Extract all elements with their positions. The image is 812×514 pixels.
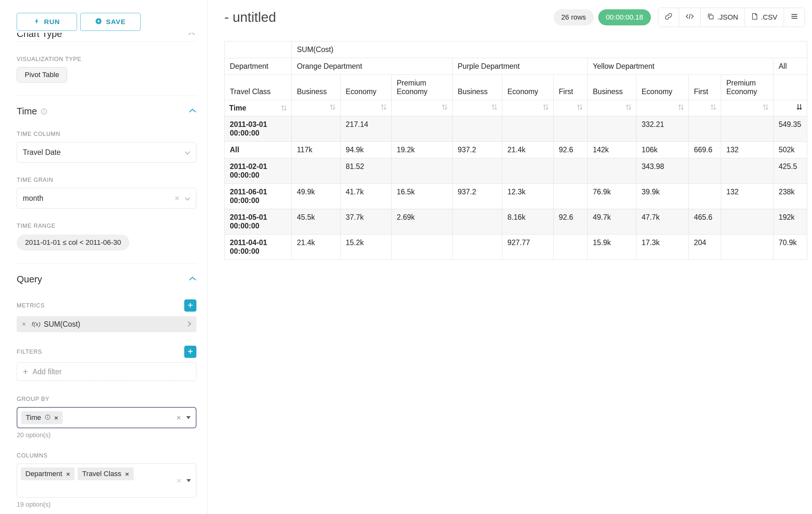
value-cell: 49.9k xyxy=(292,184,341,209)
chevron-down-icon xyxy=(184,148,190,157)
sort-icon[interactable] xyxy=(762,104,769,111)
column-dimension-label: Department xyxy=(225,58,292,75)
column-sort-header[interactable] xyxy=(689,100,721,116)
download-json-button[interactable]: .JSON xyxy=(700,8,745,27)
value-cell: 70.9k xyxy=(774,235,807,260)
column-sort-header[interactable] xyxy=(341,100,392,116)
column-sort-header[interactable] xyxy=(502,100,554,116)
remove-tag-icon[interactable]: × xyxy=(54,414,58,421)
travel-class-header: Economy xyxy=(636,75,689,100)
chart-header-actions: 26 rows 00:00:00.18 .JSON .CSV xyxy=(554,8,805,27)
section-divider xyxy=(17,96,196,96)
table-row: 2011-02-01 00:00:0081.52343.98425.5 xyxy=(225,158,807,184)
sort-icon[interactable] xyxy=(442,104,448,111)
remove-tag-icon[interactable]: × xyxy=(66,470,70,477)
sort-icon[interactable] xyxy=(543,104,549,111)
metric-item[interactable]: × f(x) SUM(Cost) xyxy=(17,316,196,332)
time-sort-header[interactable]: Time xyxy=(225,100,292,116)
collapse-chevron-icon[interactable] xyxy=(189,276,196,282)
column-sort-header[interactable] xyxy=(292,100,341,116)
group-by-select[interactable]: Time × × xyxy=(17,407,196,428)
group-by-label: GROUP BY xyxy=(17,396,196,403)
column-sort-header[interactable] xyxy=(636,100,689,116)
table-row: All117k94.9k19.2k937.221.4k92.6142k106k6… xyxy=(225,142,807,158)
value-cell xyxy=(588,158,636,184)
chart-type-section-header[interactable]: Chart Type xyxy=(17,33,196,42)
collapse-chevron-icon[interactable] xyxy=(189,108,196,114)
save-button[interactable]: SAVE xyxy=(80,13,141,31)
download-csv-label: .CSV xyxy=(761,13,777,22)
download-csv-button[interactable]: .CSV xyxy=(745,8,784,27)
time-column-select[interactable]: Travel Date xyxy=(17,142,196,163)
chart-header: - untitled 26 rows 00:00:00.18 .JSON xyxy=(224,8,812,27)
remove-metric-icon[interactable]: × xyxy=(22,321,26,328)
query-section-header[interactable]: Query xyxy=(17,274,196,285)
caret-down-icon xyxy=(186,479,191,482)
chart-title[interactable]: - untitled xyxy=(224,10,276,25)
columns-tag[interactable]: Travel Class × xyxy=(78,467,134,480)
metric-header-row: SUM(Cost) xyxy=(225,42,807,58)
chart-type-section-title: Chart Type xyxy=(17,33,62,39)
column-sort-header[interactable] xyxy=(392,100,453,116)
value-cell xyxy=(453,209,502,235)
time-column-value: Travel Date xyxy=(23,148,184,157)
column-group-header: Purple Department xyxy=(453,58,588,75)
value-cell: 2.69k xyxy=(392,209,453,235)
column-group-header: Yellow Department xyxy=(588,58,774,75)
run-save-group: RUN SAVE xyxy=(17,13,141,31)
value-cell: 21.4k xyxy=(502,142,554,158)
column-sort-header[interactable] xyxy=(453,100,502,116)
add-metric-button[interactable] xyxy=(184,299,196,312)
row-header-cell: 2011-04-01 00:00:00 xyxy=(225,235,292,260)
column-sort-header[interactable] xyxy=(774,100,807,116)
columns-select[interactable]: Department × Travel Class × × xyxy=(17,464,196,497)
clear-icon[interactable]: × xyxy=(176,477,181,485)
sort-icon[interactable] xyxy=(577,104,583,111)
columns-label: COLUMNS xyxy=(17,452,196,459)
menu-button[interactable] xyxy=(784,8,805,27)
control-panel-sidebar: RUN SAVE Chart Type VISUALIZATION TYPE P… xyxy=(0,0,208,514)
viz-type-value[interactable]: Pivot Table xyxy=(17,67,67,83)
sort-icon[interactable] xyxy=(491,104,497,111)
travel-class-header: First xyxy=(689,75,721,100)
view-query-button[interactable] xyxy=(679,8,700,27)
sort-icon[interactable] xyxy=(281,104,287,112)
row-header-cell: 2011-06-01 00:00:00 xyxy=(225,184,292,209)
run-button[interactable]: RUN xyxy=(17,13,77,31)
time-range-value[interactable]: 2011-01-01 ≤ col < 2011-06-30 xyxy=(17,235,129,250)
value-cell: 927.77 xyxy=(502,235,554,260)
info-icon xyxy=(45,413,50,422)
column-sort-header[interactable] xyxy=(721,100,774,116)
sort-icon[interactable] xyxy=(710,104,716,111)
table-row: 2011-06-01 00:00:0049.9k41.7k16.5k937.21… xyxy=(225,184,807,209)
code-icon xyxy=(686,12,694,22)
columns-tag[interactable]: Department × xyxy=(21,467,75,480)
value-cell: 16.5k xyxy=(392,184,453,209)
chart-area: - untitled 26 rows 00:00:00.18 .JSON xyxy=(208,0,812,514)
clear-icon[interactable]: × xyxy=(176,414,181,422)
sort-icon[interactable] xyxy=(329,104,336,111)
value-cell: 15.2k xyxy=(341,235,392,260)
time-section-header[interactable]: Time xyxy=(17,106,196,117)
column-sort-header[interactable] xyxy=(554,100,588,116)
column-group-header: All xyxy=(774,58,807,75)
clear-icon[interactable]: × xyxy=(175,194,179,202)
copy-link-button[interactable] xyxy=(658,8,679,27)
value-cell: 41.7k xyxy=(341,184,392,209)
link-icon xyxy=(665,12,672,22)
value-cell: 132 xyxy=(721,184,774,209)
value-cell: 47.7k xyxy=(636,209,689,235)
add-filter-plus-button[interactable] xyxy=(184,346,196,358)
sort-icon[interactable] xyxy=(626,104,632,111)
sort-icon[interactable] xyxy=(381,104,387,111)
sort-icon[interactable] xyxy=(678,104,684,111)
column-sort-header[interactable] xyxy=(588,100,636,116)
info-icon xyxy=(41,108,47,116)
time-grain-select[interactable]: month × xyxy=(17,188,196,209)
group-by-tag[interactable]: Time × xyxy=(21,411,63,424)
remove-tag-icon[interactable]: × xyxy=(125,470,129,477)
value-cell: 92.6 xyxy=(554,209,588,235)
add-filter-button[interactable]: + Add filter xyxy=(17,362,196,381)
sort-desc-icon[interactable] xyxy=(796,104,802,111)
viz-type-label: VISUALIZATION TYPE xyxy=(17,56,196,63)
